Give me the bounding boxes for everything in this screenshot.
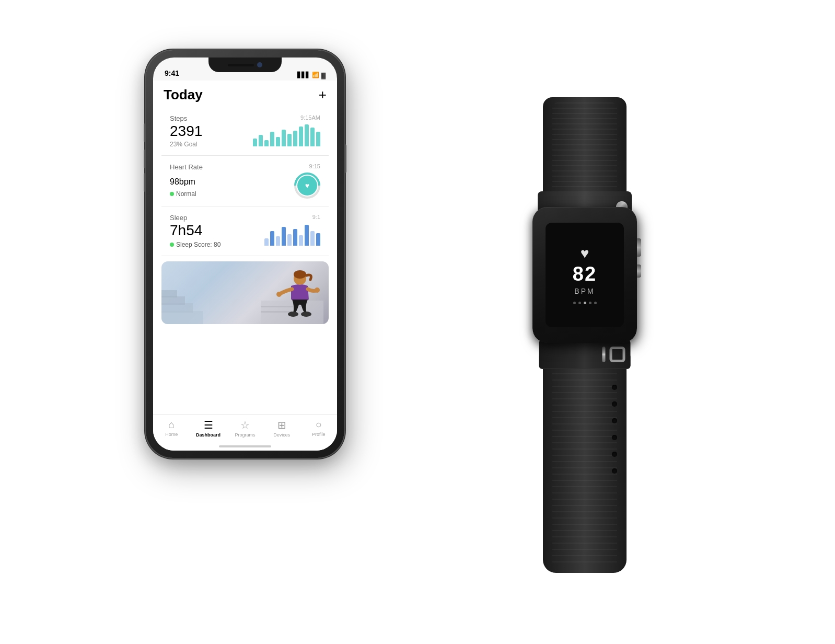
bar	[299, 126, 303, 146]
strap-top	[543, 97, 627, 202]
fitness-tracker: ♥ 82 BPM	[449, 97, 721, 578]
signal-icon: ▋▋▋	[297, 72, 310, 78]
svg-point-4	[294, 270, 306, 279]
scene: 9:41 ▋▋▋ 📶 ▓ Today +	[104, 34, 731, 610]
device-screen: ♥ 82 BPM	[546, 223, 624, 327]
bar	[253, 139, 257, 146]
sleep-card[interactable]: Sleep 7h54 Sleep Score: 80 9:1	[161, 206, 329, 256]
nav-profile-label: Profile	[312, 432, 326, 437]
nav-devices-label: Devices	[273, 432, 290, 438]
sleep-bar	[264, 238, 269, 246]
svg-point-8	[301, 312, 311, 317]
sleep-bar	[287, 234, 292, 246]
nav-profile[interactable]: ○ Profile	[304, 419, 333, 437]
dashboard-icon: ☰	[204, 419, 213, 431]
nav-home-label: Home	[165, 432, 178, 437]
nav-programs-label: Programs	[235, 432, 255, 438]
sleep-time: 9:1	[264, 214, 320, 220]
bar	[264, 140, 269, 146]
nav-devices[interactable]: ⊞ Devices	[268, 419, 296, 438]
hr-value: 98bpm	[170, 172, 294, 188]
dot-1	[573, 302, 576, 304]
strap-holes	[612, 385, 617, 474]
hr-status: Normal	[170, 190, 294, 198]
notch-camera	[257, 62, 262, 67]
workout-card[interactable]	[161, 261, 329, 324]
sleep-bar	[305, 225, 309, 246]
programs-icon: ☆	[240, 419, 250, 431]
sleep-dot	[170, 243, 174, 247]
bar	[305, 124, 309, 146]
hr-label: Heart Rate	[170, 163, 294, 171]
app-header: Today +	[153, 80, 337, 107]
nav-dashboard[interactable]: ☰ Dashboard	[194, 419, 223, 438]
bar	[282, 130, 286, 146]
bottom-nav: ⌂ Home ☰ Dashboard ☆ Programs ⊞	[153, 414, 337, 451]
dot-4	[589, 302, 592, 304]
bar	[276, 137, 280, 146]
nav-programs[interactable]: ☆ Programs	[230, 419, 259, 438]
workout-illustration	[261, 264, 323, 324]
sleep-bar	[276, 236, 280, 246]
steps-label: Steps	[170, 114, 253, 122]
device-dots	[573, 302, 597, 304]
phone-notch	[208, 58, 282, 72]
bar	[316, 132, 320, 146]
svg-point-7	[288, 312, 298, 317]
device-bpm-label: BPM	[574, 287, 595, 295]
sleep-chart	[264, 222, 320, 246]
hr-unit: bpm	[179, 177, 195, 186]
home-indicator	[219, 445, 271, 447]
steps-sub: 23% Goal	[170, 141, 253, 148]
device-bpm-value: 82	[573, 264, 597, 284]
strap-hole-2	[612, 401, 617, 407]
sleep-value: 7h54	[170, 223, 264, 239]
buckle-ring	[610, 347, 625, 362]
app-title: Today	[164, 87, 203, 103]
devices-icon: ⊞	[277, 419, 286, 431]
strap-bottom	[543, 353, 627, 573]
heart-rate-card[interactable]: Heart Rate 98bpm Normal 9:15	[161, 156, 329, 206]
hr-time: 9:15	[309, 163, 320, 169]
strap-hole-4	[612, 435, 617, 440]
nav-home[interactable]: ⌂ Home	[157, 419, 186, 437]
bar	[293, 131, 297, 146]
profile-icon: ○	[316, 419, 322, 431]
phone-device: 9:41 ▋▋▋ 📶 ▓ Today +	[146, 50, 344, 458]
sleep-bar	[316, 233, 320, 246]
sleep-status: Sleep Score: 80	[170, 241, 264, 248]
status-icons: ▋▋▋ 📶 ▓	[297, 72, 326, 78]
sleep-label: Sleep	[170, 214, 264, 222]
status-dot	[170, 192, 174, 196]
home-icon: ⌂	[168, 419, 175, 431]
status-time: 9:41	[165, 69, 179, 78]
phone-screen: 9:41 ▋▋▋ 📶 ▓ Today +	[153, 58, 337, 451]
steps-time: 9:15AM	[253, 114, 320, 121]
svg-point-5	[276, 292, 282, 297]
steps-card[interactable]: Steps 2391 23% Goal 9:15AM	[161, 107, 329, 156]
sleep-bar	[299, 235, 303, 246]
svg-rect-9	[161, 311, 203, 324]
nav-dashboard-label: Dashboard	[196, 432, 221, 438]
svg-rect-12	[161, 290, 177, 297]
buckle-bar	[602, 347, 606, 362]
strap-hole-5	[612, 452, 617, 457]
device-side-button-2[interactable]	[637, 264, 641, 278]
bar	[310, 128, 315, 146]
tracker-wrapper: ♥ 82 BPM	[449, 97, 721, 578]
svg-rect-11	[161, 296, 185, 305]
hr-chart: ♥	[294, 172, 320, 199]
notch-speaker	[228, 64, 254, 66]
bar	[270, 132, 274, 146]
dot-5	[594, 302, 597, 304]
strap-hole-6	[612, 468, 617, 474]
bar	[259, 135, 263, 146]
device-side-button-1[interactable]	[637, 238, 641, 257]
battery-icon: ▓	[321, 72, 326, 78]
hr-heart-icon: ♥	[305, 181, 309, 190]
wifi-icon: 📶	[312, 72, 319, 78]
dot-2	[578, 302, 581, 304]
strap-hole-3	[612, 418, 617, 423]
svg-point-6	[315, 288, 320, 293]
add-button[interactable]: +	[319, 87, 327, 103]
